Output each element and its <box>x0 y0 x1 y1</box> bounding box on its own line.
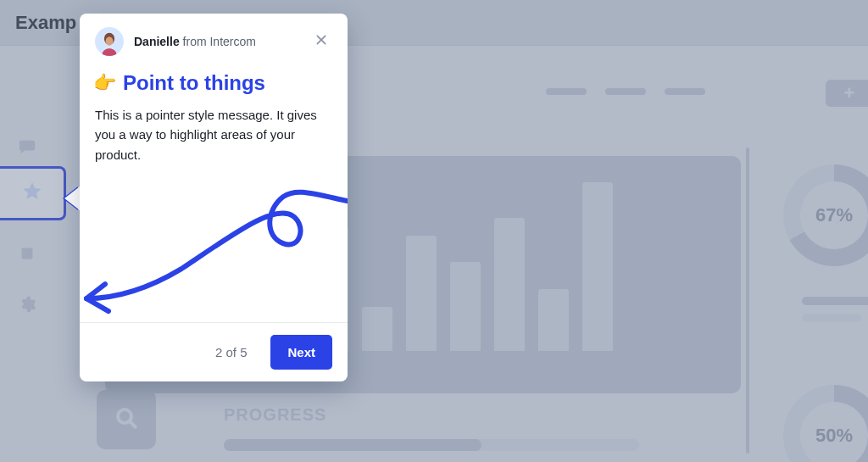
tour-popover: Danielle from Intercom 👉 Point to things… <box>80 14 348 381</box>
avatar <box>95 27 124 56</box>
point-right-icon: 👉 <box>93 72 116 94</box>
popover-body: This is a pointer style message. It give… <box>80 98 348 164</box>
next-button[interactable]: Next <box>270 335 332 370</box>
close-icon <box>314 33 328 50</box>
close-button[interactable] <box>310 31 332 53</box>
popover-footer: 2 of 5 Next <box>80 322 348 381</box>
author-line: Danielle from Intercom <box>134 35 256 48</box>
author-from: from Intercom <box>183 35 256 48</box>
svg-point-4 <box>106 36 114 46</box>
popover-title: 👉 Point to things <box>80 59 348 98</box>
author-name: Danielle <box>134 35 180 48</box>
step-indicator: 2 of 5 <box>215 345 248 359</box>
popover-title-text: Point to things <box>123 71 265 95</box>
decorative-arrow-icon <box>80 164 348 322</box>
pointer-arrow-icon <box>64 186 80 210</box>
popover-header: Danielle from Intercom <box>80 14 348 59</box>
